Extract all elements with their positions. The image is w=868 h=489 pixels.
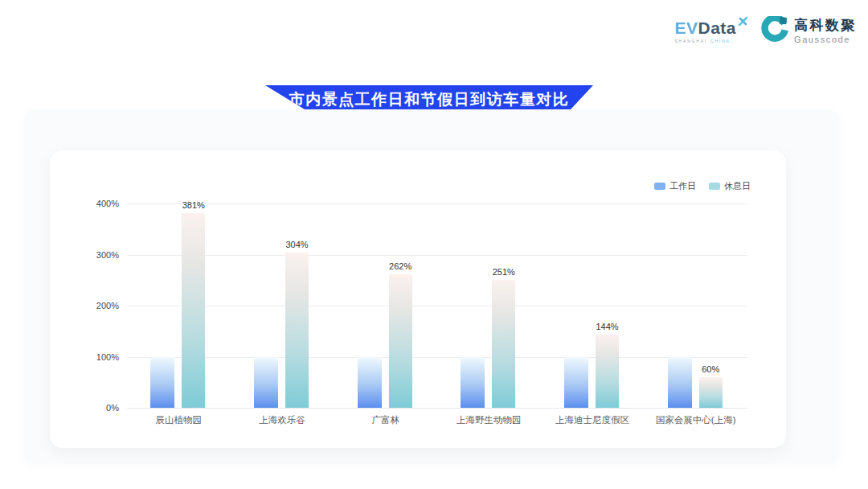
header-logos: EV Data SHANGHAI CHINA (674, 16, 857, 47)
bar-workday (150, 357, 174, 409)
evdata-logo: EV Data SHANGHAI CHINA (674, 19, 748, 43)
legend-item-workday[interactable]: 工作日 (654, 180, 696, 192)
x-axis-category-label: 广富林 (326, 414, 446, 426)
gridline (127, 255, 747, 256)
evdata-subtext: SHANGHAI CHINA (674, 39, 730, 43)
gridline (127, 306, 747, 306)
gausscode-g-icon (761, 16, 788, 47)
legend-item-holiday[interactable]: 休息日 (709, 180, 751, 192)
bar-value-label: 381% (166, 200, 222, 210)
gridline (127, 408, 747, 409)
bar-holiday (699, 377, 723, 408)
bar-holiday (285, 253, 309, 408)
legend-swatch (709, 183, 720, 190)
evdata-wordmark-ev: EV (674, 19, 698, 36)
bar-workday (254, 357, 278, 409)
y-axis: 0%100%200%300%400% (74, 150, 119, 448)
y-axis-tick-label: 100% (74, 352, 119, 362)
bar-workday (564, 357, 588, 409)
y-axis-tick-label: 300% (74, 250, 119, 260)
evdata-wordmark-data: Data (698, 19, 736, 36)
bar-value-label: 304% (269, 240, 326, 249)
chart-legend: 工作日休息日 (654, 180, 751, 192)
bar-workday (358, 357, 382, 409)
evdata-x-icon (738, 16, 748, 29)
gausscode-logo: 高科数聚 Gausscode (761, 16, 857, 47)
bar-holiday (182, 213, 205, 408)
bar-holiday (492, 280, 515, 408)
legend-label: 休息日 (724, 180, 751, 192)
plot-area: 381%辰山植物园304%上海欢乐谷262%广富林251%上海野生动物园144%… (127, 203, 747, 408)
report-page: EV Data SHANGHAI CHINA (0, 0, 868, 489)
x-axis-category-label: 上海欢乐谷 (222, 414, 342, 426)
chart-card: 工作日休息日 0%100%200%300%400% 381%辰山植物园304%上… (50, 150, 786, 448)
y-axis-tick-label: 0% (74, 403, 119, 413)
bar-value-label: 60% (682, 364, 739, 374)
bar-value-label: 251% (476, 267, 532, 277)
evdata-subtext-left: SHANGHAI (674, 39, 707, 43)
bar-value-label: 262% (372, 261, 428, 271)
x-axis-category-label: 辰山植物园 (118, 414, 239, 426)
legend-swatch (654, 183, 665, 190)
bar-workday (461, 357, 485, 409)
gausscode-cn-name: 高科数聚 (794, 18, 857, 34)
y-axis-tick-label: 400% (74, 199, 119, 208)
gridline (127, 357, 747, 358)
y-axis-tick-label: 200% (74, 301, 119, 310)
bar-holiday (389, 274, 412, 408)
legend-label: 工作日 (669, 180, 696, 192)
x-axis-category-label: 上海迪士尼度假区 (532, 414, 653, 426)
evdata-subtext-right: CHINA (710, 39, 731, 43)
x-axis-category-label: 国家会展中心(上海) (636, 414, 756, 426)
gausscode-en-name: Gausscode (794, 35, 857, 44)
x-axis-category-label: 上海野生动物园 (428, 414, 549, 426)
bar-value-label: 144% (579, 322, 636, 331)
bar-holiday (596, 335, 619, 408)
